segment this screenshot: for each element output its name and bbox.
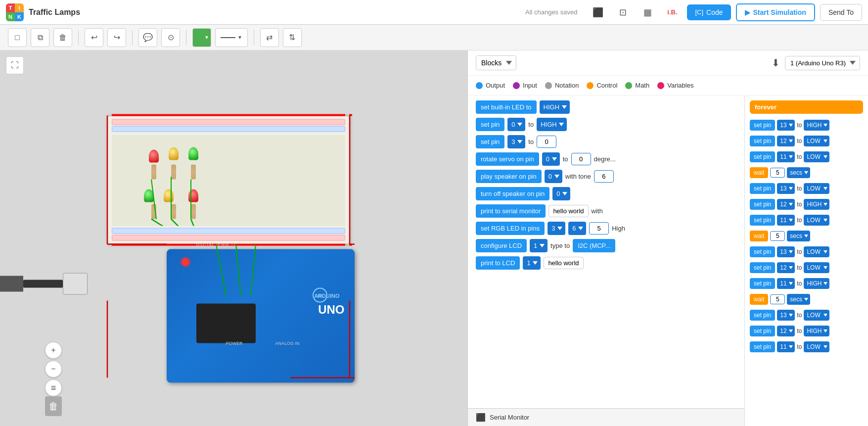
cb-set-pin-12-high[interactable]: set pin <box>750 199 775 210</box>
cb-wait-2[interactable]: wait <box>750 294 768 305</box>
set-pin-0-btn[interactable]: set pin <box>476 118 504 131</box>
copy-button[interactable]: ⧉ <box>31 28 49 47</box>
download-button[interactable]: ⬇ <box>772 57 780 69</box>
canvas-area[interactable]: ⛶ <box>0 50 467 426</box>
cat-math[interactable]: Math <box>625 82 649 89</box>
cb-val-low-8[interactable]: LOWHIGH <box>804 246 829 257</box>
cb-pin-11-high[interactable]: 11 <box>777 278 795 289</box>
play-speaker-pin[interactable]: 01 <box>545 170 562 183</box>
print-serial-text[interactable]: hello world <box>548 205 588 217</box>
cb-pin-13-low2[interactable]: 13 <box>777 246 795 257</box>
set-rgb-btn[interactable]: set RGB LED in pins <box>476 222 545 235</box>
cat-output[interactable]: Output <box>476 82 505 89</box>
cb-wait-1[interactable]: wait <box>750 231 768 241</box>
cb-set-pin-13[interactable]: set pin <box>750 120 775 131</box>
print-lcd-text[interactable]: hello world <box>544 257 583 269</box>
set-pin-3-btn[interactable]: set pin <box>476 135 504 148</box>
cb-val-high-13[interactable]: HIGHLOW <box>804 326 829 336</box>
cb-set-pin-11-0[interactable]: set pin <box>750 151 775 162</box>
line-style-picker[interactable]: ▼ <box>215 28 248 47</box>
cb-set-pin-13-low3[interactable]: set pin <box>750 310 775 321</box>
cat-notation[interactable]: Notation <box>545 82 579 89</box>
cb-set-pin-12-low2[interactable]: set pin <box>750 262 775 273</box>
send-to-button[interactable]: Send To <box>820 4 862 21</box>
cat-input[interactable]: Input <box>513 82 537 89</box>
cb-wait-0[interactable]: wait <box>750 167 768 178</box>
set-pin-3-pin[interactable]: 301 <box>507 135 525 148</box>
cb-set-pin-13-low[interactable]: set pin <box>750 183 775 194</box>
rotate-servo-btn[interactable]: rotate servo on pin <box>476 152 539 166</box>
cb-secs-0[interactable]: secs <box>787 167 810 178</box>
tinkercad-logo-btn[interactable]: i.B. <box>662 2 682 22</box>
comment-button[interactable]: 💬 <box>138 28 157 47</box>
print-serial-btn[interactable]: print to serial monitor <box>476 204 546 218</box>
set-pin-0-value[interactable]: HIGHLOW <box>537 118 567 131</box>
cb-pin-13-low3[interactable]: 13 <box>777 310 795 321</box>
redo-button[interactable]: ↪ <box>107 28 126 47</box>
configure-lcd-btn[interactable]: configure LCD <box>476 239 527 252</box>
cb-val-high-10[interactable]: HIGHLOW <box>804 278 829 289</box>
cb-val-low-0[interactable]: LOWHIGH <box>804 136 829 146</box>
blocks-dropdown[interactable]: Blocks <box>476 55 516 70</box>
color-picker[interactable]: ▼ <box>192 28 211 47</box>
cb-val-low-12[interactable]: LOWHIGH <box>804 310 829 321</box>
cb-pin-13[interactable]: 13 <box>777 120 795 131</box>
cb-val-low-14[interactable]: LOWHIGH <box>804 341 829 352</box>
zoom-in-button[interactable]: + <box>45 342 62 359</box>
cb-pin-12-high2[interactable]: 12 <box>777 326 795 336</box>
cb-set-pin-11-high[interactable]: set pin <box>750 278 775 289</box>
cb-set-pin-11-low2[interactable]: set pin <box>750 341 775 352</box>
cb-pin-12-low2[interactable]: 12 <box>777 262 795 273</box>
cb-pin-11-low2[interactable]: 11 <box>777 341 795 352</box>
zoom-out-button[interactable]: − <box>45 361 62 378</box>
built-in-led-dropdown[interactable]: HIGHLOW <box>540 100 570 114</box>
flip-h-button[interactable]: ⇄ <box>260 28 279 47</box>
cb-val-low-1[interactable]: LOWHIGH <box>804 151 829 162</box>
cb-val-high-0[interactable]: HIGHLOW <box>804 120 829 131</box>
code-label: Code <box>706 8 723 16</box>
cb-pin-12-0[interactable]: 12 <box>777 136 795 146</box>
cb-set-pin-12-high2[interactable]: set pin <box>750 326 775 336</box>
zoom-menu-button[interactable]: ≡ <box>45 379 62 396</box>
print-lcd-btn[interactable]: print to LCD <box>476 256 520 270</box>
undo-button[interactable]: ↩ <box>85 28 103 47</box>
view-pcb-btn[interactable]: ▦ <box>638 2 657 22</box>
cb-set-pin-11-low[interactable]: set pin <box>750 215 775 226</box>
lcd-num[interactable]: 12 <box>530 239 548 252</box>
cb-secs-2[interactable]: secs <box>787 294 810 305</box>
cat-control[interactable]: Control <box>587 82 617 89</box>
cb-set-pin-12-0[interactable]: set pin <box>750 136 775 146</box>
fullscreen-button[interactable]: ⛶ <box>6 56 24 74</box>
cb-pin-11-0[interactable]: 11 <box>777 151 795 162</box>
cb-val-low-9[interactable]: LOWHIGH <box>804 262 829 273</box>
flip-v-button[interactable]: ⇅ <box>283 28 302 47</box>
built-in-led-btn[interactable]: set built-in LED to <box>476 100 537 114</box>
rgb-p1[interactable]: 30 <box>548 222 565 235</box>
cb-val-high-5[interactable]: HIGHLOW <box>804 199 829 210</box>
view-3d-btn[interactable]: ⬛ <box>588 2 608 22</box>
play-speaker-btn[interactable]: play speaker on pin <box>476 170 542 183</box>
cb-set-pin-13-low2[interactable]: set pin <box>750 246 775 257</box>
delete-button[interactable]: 🗑 <box>53 28 72 47</box>
lcd-type-btn[interactable]: I2C (MCP... <box>573 239 615 252</box>
cb-secs-1[interactable]: secs <box>787 231 810 241</box>
led-yellow-top <box>169 147 179 160</box>
cb-pin-11-low[interactable]: 11 <box>777 215 795 226</box>
rgb-p2[interactable]: 60 <box>568 222 586 235</box>
cb-pin-13-low[interactable]: 13 <box>777 183 795 194</box>
new-button[interactable]: □ <box>8 28 27 47</box>
cb-val-low-6[interactable]: LOWHIGH <box>804 215 829 226</box>
code-button[interactable]: [C] Code <box>687 4 731 20</box>
cb-pin-12-high[interactable]: 12 <box>777 199 795 210</box>
cb-val-low-4[interactable]: LOWHIGH <box>804 183 829 194</box>
device-dropdown[interactable]: 1 (Arduino Uno R3) <box>785 56 860 70</box>
lcd-print-num[interactable]: 12 <box>523 256 541 270</box>
turn-off-speaker-pin[interactable]: 01 <box>552 187 570 200</box>
annotate-button[interactable]: ⊙ <box>161 28 180 47</box>
set-pin-0-pin[interactable]: 0123 <box>507 118 525 131</box>
turn-off-speaker-btn[interactable]: turn off speaker on pin <box>476 187 549 200</box>
cat-variables[interactable]: Variables <box>657 82 693 89</box>
start-simulation-button[interactable]: ▶ Start Simulation <box>736 3 815 21</box>
rotate-servo-pin[interactable]: 01 <box>542 152 560 166</box>
view-schematic-btn[interactable]: ⊡ <box>613 2 633 22</box>
